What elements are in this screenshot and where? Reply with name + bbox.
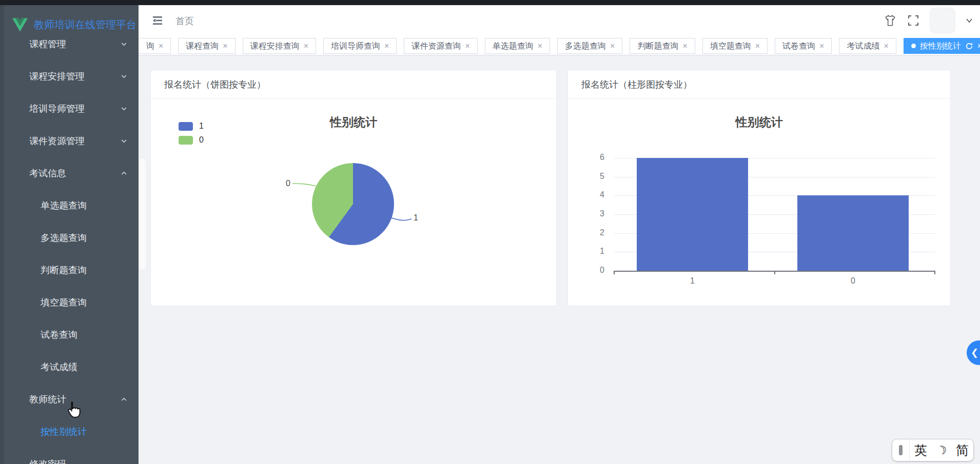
bar-card: 报名统计（柱形图按专业） 性别统计 6 5 4 3 2 1 0 1 0 <box>567 70 951 306</box>
chevron-up-icon <box>121 170 127 176</box>
sidebar-item-paper-query[interactable]: 试卷查询 <box>0 318 139 351</box>
legend-swatch <box>179 136 193 145</box>
refresh-icon[interactable] <box>965 42 973 50</box>
pie-label-0: 0 <box>273 179 290 188</box>
card-header: 报名统计（柱形图按专业） <box>568 70 950 99</box>
sidebar-item-teacher-stats[interactable]: 教师统计 <box>0 383 139 415</box>
tab-schedule-query[interactable]: 课程安排查询× <box>243 38 316 54</box>
avatar[interactable] <box>930 8 955 33</box>
pie-legend: 1 0 <box>179 122 204 145</box>
tab-gender-stats-active[interactable]: 按性别统计 × <box>904 38 980 54</box>
hamburger-fold-icon[interactable] <box>151 15 164 26</box>
sidebar-item-single-choice[interactable]: 单选题查询 <box>0 189 139 221</box>
tshirt-theme-icon[interactable] <box>884 14 897 27</box>
x-tick-label: 1 <box>637 276 748 286</box>
close-icon[interactable]: × <box>384 38 389 53</box>
pie-chart[interactable] <box>312 163 394 245</box>
active-dot-icon <box>911 44 916 48</box>
settings-drawer-button[interactable]: ❮ <box>967 340 980 365</box>
sidebar-item-exam-score[interactable]: 考试成绩 <box>0 351 139 383</box>
legend-swatch <box>179 122 193 131</box>
tab-paper-query[interactable]: 试卷查询× <box>775 38 832 54</box>
close-icon[interactable]: × <box>682 38 687 53</box>
pie-chart-title: 性别统计 <box>151 114 556 130</box>
close-icon[interactable]: × <box>977 38 980 53</box>
legend-item[interactable]: 0 <box>179 135 204 145</box>
tab-partial[interactable]: 询× <box>139 38 171 54</box>
sidebar-item-multi-choice[interactable]: 多选题查询 <box>0 221 139 254</box>
chevron-down-icon <box>121 137 127 144</box>
breadcrumb[interactable]: 首页 <box>175 15 194 27</box>
close-icon[interactable]: × <box>223 38 227 53</box>
sidebar-item-change-password[interactable]: 修改密码 <box>0 448 139 464</box>
chevron-down-icon <box>121 73 127 79</box>
fullscreen-icon[interactable] <box>907 14 919 27</box>
chevron-down-icon <box>121 41 127 47</box>
ime-script-label: 简 <box>956 442 969 459</box>
bar-chart-title: 性别统计 <box>568 114 950 130</box>
x-tick-label: 0 <box>797 276 909 286</box>
tab-course-query[interactable]: 课程查询× <box>178 38 235 54</box>
caret-down-icon[interactable] <box>966 18 973 23</box>
pie-label-1: 1 <box>414 213 418 223</box>
tab-fill-blank-query[interactable]: 填空题查询× <box>702 38 768 54</box>
chevron-up-icon <box>121 396 127 402</box>
ime-status-pill[interactable]: 英 ☽ 简 <box>892 439 974 461</box>
close-icon[interactable]: × <box>819 38 824 53</box>
sidebar-item-schedule-mgmt[interactable]: 课程安排管理 <box>0 60 139 92</box>
close-icon[interactable]: × <box>884 38 888 53</box>
bar-category-1[interactable] <box>637 158 748 271</box>
tab-exam-score[interactable]: 考试成绩× <box>839 38 896 54</box>
scrollbar-thumb[interactable] <box>139 159 146 269</box>
os-top-strip <box>0 0 980 5</box>
bar-category-0[interactable] <box>797 195 909 271</box>
close-icon[interactable]: × <box>610 38 615 53</box>
card-header: 报名统计（饼图按专业） <box>151 70 556 99</box>
sidebar-menu: 课程管理 课程安排管理 培训导师管理 课件资源管理 考试信息 单选题查询 <box>0 28 139 464</box>
capslock-indicator-icon <box>892 439 910 461</box>
tab-true-false-query[interactable]: 判断题查询× <box>630 38 695 54</box>
sidebar-item-fill-blank[interactable]: 填空题查询 <box>0 286 139 318</box>
moon-icon: ☽ <box>935 442 949 458</box>
close-icon[interactable]: × <box>465 38 469 53</box>
sidebar-item-courseware-mgmt[interactable]: 课件资源管理 <box>0 125 139 157</box>
pie-card: 报名统计（饼图按专业） 性别统计 1 0 0 1 <box>150 70 557 306</box>
ime-lang-label: 英 <box>914 442 927 459</box>
tab-tutor-query[interactable]: 培训导师查询× <box>323 38 397 54</box>
close-icon[interactable]: × <box>304 38 308 53</box>
sidebar-item-exam-info[interactable]: 考试信息 <box>0 157 139 189</box>
legend-item[interactable]: 1 <box>179 122 204 131</box>
close-icon[interactable]: × <box>755 38 760 53</box>
tags-view-bar: 询× 课程查询× 课程安排查询× 培训导师查询× 课件资源查询× 单选题查询× … <box>139 36 980 55</box>
bar-plot: 6 5 4 3 2 1 0 1 0 <box>614 158 935 271</box>
sidebar-item-gender-stats[interactable]: 按性别统计 <box>0 415 139 448</box>
sidebar: 教师培训在线管理平台 课程管理 课程安排管理 培训导师管理 课件资源管理 考试信… <box>0 5 139 464</box>
top-header: 首页 <box>139 5 980 36</box>
chevron-down-icon <box>121 105 127 112</box>
sidebar-item-true-false[interactable]: 判断题查询 <box>0 254 139 286</box>
sidebar-item-tutor-mgmt[interactable]: 培训导师管理 <box>0 92 139 125</box>
tab-courseware-query[interactable]: 课件资源查询× <box>404 38 477 54</box>
sidebar-item-course-mgmt[interactable]: 课程管理 <box>0 28 139 60</box>
tab-multi-choice-query[interactable]: 多选题查询× <box>557 38 622 54</box>
tab-single-choice-query[interactable]: 单选题查询× <box>485 38 550 54</box>
chevron-left-icon: ❮ <box>971 347 978 358</box>
close-icon[interactable]: × <box>159 38 163 53</box>
close-icon[interactable]: × <box>538 38 542 53</box>
